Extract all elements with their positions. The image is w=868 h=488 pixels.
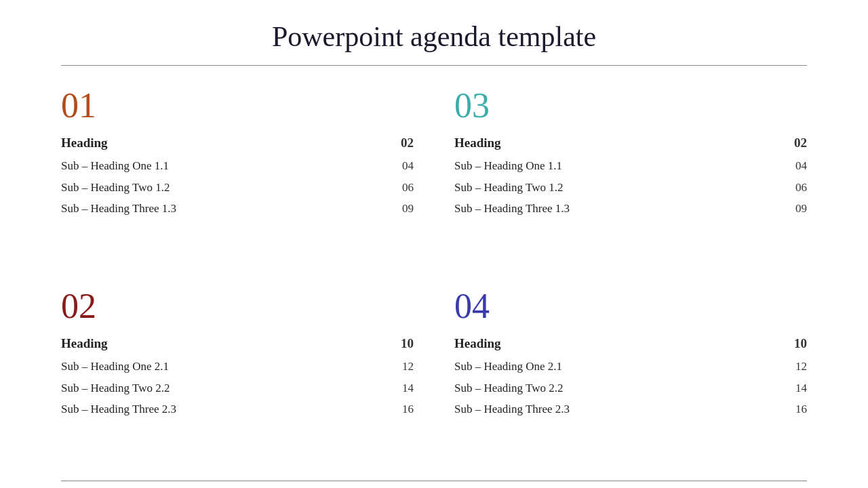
heading-page-01: 02 [380,131,414,155]
sub-heading-label: Sub – Heading Three 2.3 [61,399,380,420]
heading-label-04: Heading [454,332,773,356]
sub-heading-label: Sub – Heading Two 1.2 [61,177,380,199]
sub-heading-page: 16 [773,399,807,420]
heading-label-02: Heading [61,332,380,356]
toc-table-04: Heading10Sub – Heading One 2.112Sub – He… [454,332,807,420]
table-row: Sub – Heading Two 1.206 [61,177,414,199]
toc-table-01: Heading02Sub – Heading One 1.104Sub – He… [61,131,414,220]
heading-label-01: Heading [61,131,380,155]
title-section: Powerpoint agenda template [61,0,807,65]
sub-heading-page: 14 [380,378,414,399]
heading-label-03: Heading [454,131,773,155]
heading-page-04: 10 [773,332,807,356]
sub-heading-page: 12 [380,356,414,378]
sub-heading-page: 09 [773,198,807,220]
content-area: 01Heading02Sub – Heading One 1.104Sub – … [61,66,807,481]
sub-heading-label: Sub – Heading One 2.1 [61,356,380,378]
sub-heading-page: 06 [773,177,807,199]
sub-heading-label: Sub – Heading One 1.1 [454,155,773,177]
heading-page-03: 02 [773,131,807,155]
table-row: Sub – Heading Two 2.214 [61,378,414,399]
section-02: 02Heading10Sub – Heading One 2.112Sub – … [61,280,414,481]
sub-heading-page: 16 [380,399,414,420]
sub-heading-page: 06 [380,177,414,199]
sub-heading-page: 12 [773,356,807,378]
sub-heading-label: Sub – Heading Two 1.2 [454,177,773,199]
sub-heading-page: 04 [380,155,414,177]
sub-heading-label: Sub – Heading Three 1.3 [61,198,380,220]
section-number-04: 04 [454,287,807,325]
section-number-02: 02 [61,287,414,325]
table-row: Sub – Heading One 2.112 [454,356,807,378]
section-04: 04Heading10Sub – Heading One 2.112Sub – … [454,280,807,481]
sub-heading-label: Sub – Heading Three 2.3 [454,399,773,420]
heading-page-02: 10 [380,332,414,356]
section-03: 03Heading02Sub – Heading One 1.104Sub – … [454,79,807,280]
table-row: Sub – Heading Two 2.214 [454,378,807,399]
toc-table-03: Heading02Sub – Heading One 1.104Sub – He… [454,131,807,220]
page: Powerpoint agenda template 01Heading02Su… [0,0,868,488]
sub-heading-label: Sub – Heading Two 2.2 [61,378,380,399]
table-row: Sub – Heading Three 2.316 [61,399,414,420]
sub-heading-page: 09 [380,198,414,220]
sub-heading-page: 04 [773,155,807,177]
section-number-01: 01 [61,86,414,125]
section-number-03: 03 [454,86,807,125]
sub-heading-label: Sub – Heading One 1.1 [61,155,380,177]
table-row: Sub – Heading Three 1.309 [61,198,414,220]
table-row: Sub – Heading One 2.112 [61,356,414,378]
sub-heading-page: 14 [773,378,807,399]
sub-heading-label: Sub – Heading One 2.1 [454,356,773,378]
sub-heading-label: Sub – Heading Two 2.2 [454,378,773,399]
table-row: Sub – Heading Three 1.309 [454,198,807,220]
bottom-divider [61,481,807,481]
table-row: Sub – Heading Three 2.316 [454,399,807,420]
toc-table-02: Heading10Sub – Heading One 2.112Sub – He… [61,332,414,420]
section-01: 01Heading02Sub – Heading One 1.104Sub – … [61,79,414,280]
table-row: Sub – Heading One 1.104 [454,155,807,177]
sub-heading-label: Sub – Heading Three 1.3 [454,198,773,220]
table-row: Sub – Heading One 1.104 [61,155,414,177]
page-title: Powerpoint agenda template [61,20,807,53]
table-row: Sub – Heading Two 1.206 [454,177,807,199]
